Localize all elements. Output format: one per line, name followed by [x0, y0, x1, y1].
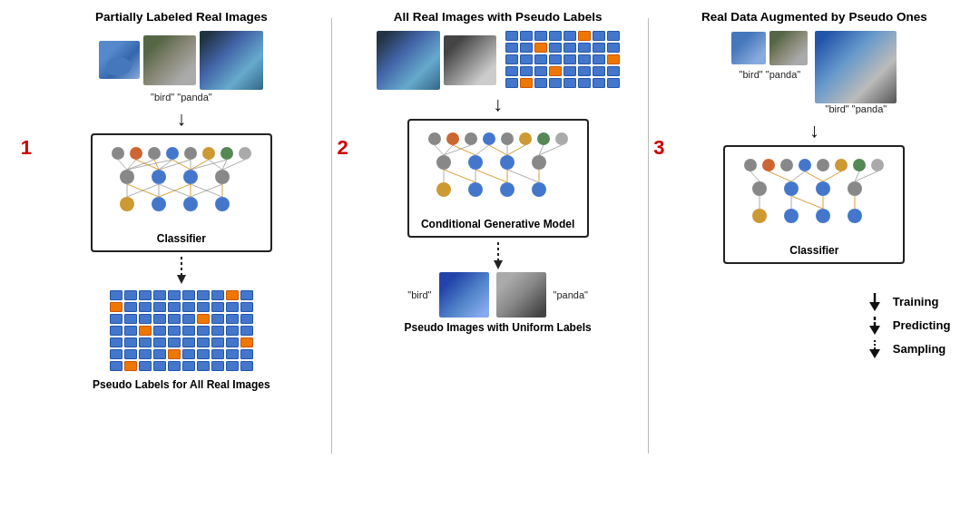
- pseudo-cell-top: [593, 66, 605, 76]
- pseudo-cell-top: [607, 43, 620, 53]
- pseudo-cell-top: [534, 31, 547, 41]
- svg-point-48: [519, 132, 532, 145]
- pseudo-cell: [226, 314, 239, 324]
- svg-line-66: [507, 145, 525, 155]
- pseudo-cell: [139, 302, 152, 312]
- svg-line-59: [435, 145, 444, 155]
- pseudo-cell: [182, 361, 195, 371]
- pseudo-cell-top: [578, 31, 591, 41]
- col2-nn-box: Conditional Generative Model: [407, 119, 589, 238]
- pseudo-cell-top: [549, 43, 562, 53]
- pseudo-cell: [153, 290, 166, 300]
- pseudo-cell: [153, 314, 166, 324]
- pseudo-cell: [168, 326, 181, 336]
- col1-image-labels: "bird" "panda": [151, 92, 212, 103]
- pseudo-cell: [110, 314, 122, 324]
- pseudo-cell-top: [534, 43, 547, 53]
- pseudo-cell-top: [578, 78, 591, 88]
- pseudo-cell-top: [564, 78, 576, 88]
- pseudo-cell: [226, 361, 239, 371]
- pseudo-cell: [182, 314, 195, 324]
- pseudo-cell: [211, 337, 224, 347]
- pseudo-cell: [139, 314, 152, 324]
- svg-point-86: [752, 181, 767, 196]
- svg-point-84: [853, 159, 866, 171]
- pseudo-cell-top: [505, 66, 518, 76]
- pseudo-cell-top: [520, 43, 533, 53]
- pseudo-cell: [197, 361, 210, 371]
- pseudo-cell-top: [607, 66, 620, 76]
- col3-title: Real Data Augmented by Pseudo Ones: [701, 9, 927, 25]
- svg-point-50: [555, 132, 568, 145]
- pseudo-cell: [168, 349, 181, 359]
- pseudo-cell-top: [549, 31, 562, 41]
- pseudo-cell: [110, 326, 122, 336]
- pseudo-cell: [124, 290, 137, 300]
- col2-gen-bird-label: "bird": [407, 289, 431, 300]
- col2-gen-images: "bird" "panda": [407, 272, 588, 318]
- svg-point-2: [148, 147, 161, 160]
- svg-point-79: [762, 159, 775, 171]
- col1-dashed-arrow: [172, 257, 191, 284]
- pseudo-cell: [153, 361, 166, 371]
- pseudo-cell-top: [578, 66, 591, 76]
- pseudo-cell: [124, 326, 137, 336]
- pseudo-cell: [211, 302, 224, 312]
- pseudo-cell-top: [505, 31, 518, 41]
- svg-point-91: [784, 209, 799, 223]
- pseudo-cell: [211, 290, 224, 300]
- pseudo-cell-top: [534, 54, 547, 64]
- pseudo-cell: [197, 349, 210, 359]
- svg-point-9: [152, 170, 166, 184]
- pseudo-cell-top: [593, 43, 605, 53]
- predicting-arrow-icon: [864, 317, 886, 335]
- svg-point-54: [532, 155, 546, 170]
- col3-big-bird-panda: [815, 31, 897, 103]
- pseudo-cell: [197, 290, 210, 300]
- svg-marker-107: [869, 302, 880, 311]
- legend-predicting: Predicting: [864, 317, 951, 335]
- svg-point-58: [532, 182, 546, 197]
- pseudo-cell: [226, 337, 239, 347]
- col3-nn-label: Classifier: [789, 244, 838, 257]
- pseudo-cell-top: [578, 43, 591, 53]
- svg-line-16: [118, 160, 127, 170]
- pseudo-cell: [124, 337, 137, 347]
- col2-output-label: Pseudo Images with Uniform Labels: [405, 321, 592, 334]
- svg-line-64: [489, 145, 507, 155]
- pseudo-cell: [139, 361, 152, 371]
- pseudo-cell: [153, 326, 166, 336]
- col2-arrow-1: ↓: [493, 94, 503, 114]
- pseudo-cell: [197, 337, 210, 347]
- divider-2: [648, 18, 649, 454]
- svg-point-90: [752, 209, 767, 223]
- svg-point-51: [436, 155, 451, 170]
- legend-sampling-label: Sampling: [893, 342, 946, 356]
- col2-number: 2: [337, 136, 348, 160]
- pseudo-cell: [153, 302, 166, 312]
- pseudo-cell-top: [564, 54, 576, 64]
- pseudo-cell: [139, 290, 152, 300]
- pseudo-cell: [226, 290, 239, 300]
- svg-line-103: [791, 196, 823, 209]
- svg-line-72: [475, 170, 507, 182]
- col2-title: All Real Images with Pseudo Labels: [394, 9, 603, 25]
- svg-point-81: [799, 159, 811, 171]
- pseudo-cell: [197, 302, 210, 312]
- pseudo-cell: [211, 326, 224, 336]
- col2-panda-image: [444, 35, 496, 85]
- pseudo-cell: [240, 337, 253, 347]
- pseudo-cell-top: [505, 78, 518, 88]
- col1-nn-label: Classifier: [157, 232, 206, 245]
- col3-number: 3: [653, 136, 664, 160]
- svg-line-20: [136, 160, 159, 170]
- pseudo-cell-top: [520, 31, 533, 41]
- pseudo-cell-top: [564, 31, 576, 41]
- svg-point-82: [817, 159, 829, 171]
- svg-line-74: [507, 170, 539, 182]
- legend-predicting-label: Predicting: [893, 318, 951, 332]
- col2-bird-image: [377, 31, 440, 90]
- svg-line-96: [791, 171, 805, 181]
- pseudo-cell-top: [564, 43, 576, 53]
- svg-point-45: [465, 132, 477, 145]
